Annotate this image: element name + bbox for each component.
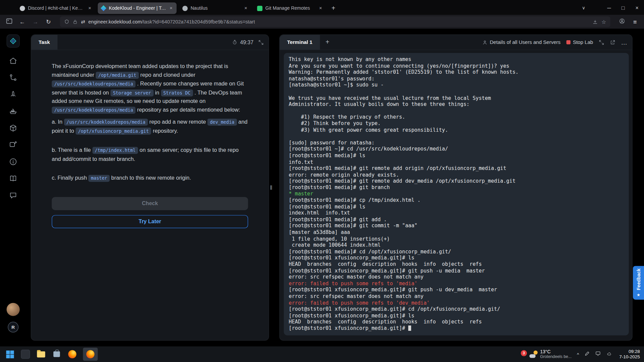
browser-tab-git-remotes[interactable]: Git Manage Remotes × xyxy=(254,2,326,14)
expand-icon[interactable] xyxy=(599,40,604,45)
file-explorer-icon[interactable] xyxy=(36,349,46,359)
terminal-line: info.txt xyxy=(289,159,624,165)
terminal-line: [root@ststor01 media]# ls xyxy=(289,152,624,159)
info-icon[interactable] xyxy=(9,158,17,167)
git-flow-icon[interactable] xyxy=(9,73,17,83)
terminal-line: #2) Think before you type. xyxy=(289,120,624,127)
container-swap-icon[interactable]: ⇄ xyxy=(81,19,85,24)
task-text: in xyxy=(154,89,161,95)
tab-list-chevron-icon[interactable]: ∨ xyxy=(577,1,591,14)
terminal-output[interactable]: This key is not known by any other names… xyxy=(284,53,629,335)
terminal-line: Are you sure you want to continue connec… xyxy=(289,63,624,69)
user-initial-badge[interactable]: R xyxy=(8,322,18,333)
terminal-panel: Terminal 1 + Details of all Users and Se… xyxy=(279,35,633,341)
store-icon[interactable] xyxy=(52,349,61,359)
inline-code-chip: Storage server xyxy=(110,89,153,96)
terminal-line: error: failed to push some refs to 'dev_… xyxy=(289,299,624,306)
firefox-icon[interactable] xyxy=(67,349,77,359)
weather-temp: 13°C xyxy=(540,349,572,354)
terminal-line: error: failed to push some refs to 'medi… xyxy=(289,280,624,287)
url-bar[interactable]: ⇄ engineer.kodekloud.com/task?id=6407202… xyxy=(60,16,610,27)
chat-icon[interactable] xyxy=(9,191,17,201)
git-green-favicon xyxy=(257,6,263,11)
inline-code-chip: /tmp/index.html xyxy=(92,147,138,154)
more-options-icon[interactable]: … xyxy=(621,39,627,46)
tray-chevron-icon[interactable]: ^ xyxy=(577,352,579,357)
new-tab-button[interactable]: + xyxy=(327,4,339,12)
terminal-line: [root@ststor01 xfusioncorp_media.git]# g… xyxy=(289,287,624,293)
ship-icon[interactable] xyxy=(9,107,17,117)
pen-icon[interactable] xyxy=(584,351,590,358)
kodekloud-logo[interactable] xyxy=(7,35,20,48)
cloud-icon[interactable] xyxy=(606,351,612,358)
browser-tab-kodekloud[interactable]: KodeKloud - Engineer | Task × xyxy=(98,2,176,14)
task-timer: 49:37 xyxy=(232,39,253,45)
forward-icon[interactable]: → xyxy=(31,18,40,25)
tab-close-icon[interactable]: × xyxy=(88,5,92,11)
task-paragraph: a. In /usr/src/kodekloudrepos/media repo… xyxy=(52,118,248,135)
weather-widget[interactable]: 3 13°C Grotendeels be... xyxy=(521,349,572,359)
check-button[interactable]: Check xyxy=(52,197,248,210)
task-paragraph: c. Finally push master branch to this ne… xyxy=(52,174,248,183)
minimize-button[interactable]: ─ xyxy=(602,1,616,14)
back-icon[interactable]: ← xyxy=(17,18,27,25)
tab-title: Git Manage Remotes xyxy=(265,6,315,11)
tab-close-icon[interactable]: × xyxy=(318,5,323,11)
save-page-icon[interactable] xyxy=(592,19,598,24)
terminal-line: #3) With great power comes great respons… xyxy=(289,127,624,133)
close-button[interactable]: × xyxy=(630,1,644,14)
feedback-tab[interactable]: Feedback ★ xyxy=(633,266,644,299)
account-icon[interactable] xyxy=(617,18,627,25)
home-icon[interactable] xyxy=(9,57,17,66)
reload-icon[interactable]: ↻ xyxy=(44,18,53,25)
terminal-line: error: src refspec master does not match… xyxy=(289,293,624,299)
menu-icon[interactable]: ≡ xyxy=(630,18,640,25)
stop-lab-button[interactable]: Stop Lab xyxy=(566,40,593,45)
user-avatar[interactable] xyxy=(7,303,20,316)
tab-title: Nautilus xyxy=(191,6,240,11)
package-icon[interactable] xyxy=(9,124,17,134)
terminal-line: [sudo] password for natasha: xyxy=(289,139,624,146)
open-external-icon[interactable] xyxy=(610,40,615,45)
shield-icon[interactable] xyxy=(64,19,69,24)
expand-icon[interactable] xyxy=(258,40,264,45)
inline-code-chip: /opt/xfusioncorp_media.git xyxy=(75,127,151,134)
details-users-servers-link[interactable]: Details of all Users and Servers xyxy=(482,40,560,45)
terminal-line xyxy=(289,88,624,95)
maximize-button[interactable]: □ xyxy=(616,1,630,14)
new-terminal-button[interactable]: + xyxy=(320,39,335,46)
inline-code-chip: dev_media xyxy=(207,119,237,126)
app-content: R Task 49:37 The xFusionCorp development… xyxy=(0,29,644,347)
discord-favicon xyxy=(20,6,25,11)
taskbar-clock[interactable]: 09:28 7-10-2025 xyxy=(619,349,640,360)
terminal-line: Administrator. It usually boils down to … xyxy=(289,101,624,107)
task-view-icon[interactable] xyxy=(20,349,30,359)
terminal-tab[interactable]: Terminal 1 xyxy=(280,35,320,50)
terminal-panel-header: Terminal 1 + Details of all Users and Se… xyxy=(280,35,632,50)
tab-close-icon[interactable]: × xyxy=(244,5,248,11)
task-panel-header: Task 49:37 xyxy=(31,35,269,50)
windows-taskbar: 3 13°C Grotendeels be... ^ 09:28 7-10-20… xyxy=(0,346,644,362)
terminal-line xyxy=(289,108,624,114)
browser-nav-bar: ← → ↻ ⇄ engineer.kodekloud.com/task?id=6… xyxy=(0,15,644,29)
browser-tab-discord[interactable]: Discord | #chit-chat | Kevin Po... × xyxy=(16,2,95,14)
display-icon[interactable] xyxy=(595,351,601,358)
browser-tab-nautilus[interactable]: Nautilus × xyxy=(179,2,252,14)
firefox-view-icon[interactable] xyxy=(4,18,14,25)
rocket-icon[interactable] xyxy=(9,90,17,100)
feedback-edit-icon[interactable] xyxy=(9,141,17,150)
task-text: repository. xyxy=(151,127,178,133)
tab-close-icon[interactable]: × xyxy=(169,5,173,11)
docs-icon[interactable] xyxy=(9,174,17,184)
panel-resize-handle[interactable]: ‖ xyxy=(270,184,272,191)
bookmark-star-icon[interactable]: ☆ xyxy=(601,19,606,25)
start-button[interactable] xyxy=(5,349,15,359)
star-icon: ★ xyxy=(637,292,640,297)
inline-code-chip: Stratos DC xyxy=(161,89,193,96)
try-later-button[interactable]: Try Later xyxy=(52,215,248,228)
lock-icon[interactable] xyxy=(73,19,78,24)
firefox-active-icon[interactable] xyxy=(83,348,98,361)
task-text: repository as per details mentioned belo… xyxy=(136,107,240,113)
terminal-line: This key is not known by any other names xyxy=(289,56,624,63)
task-text: repo and cloned under xyxy=(139,72,196,78)
